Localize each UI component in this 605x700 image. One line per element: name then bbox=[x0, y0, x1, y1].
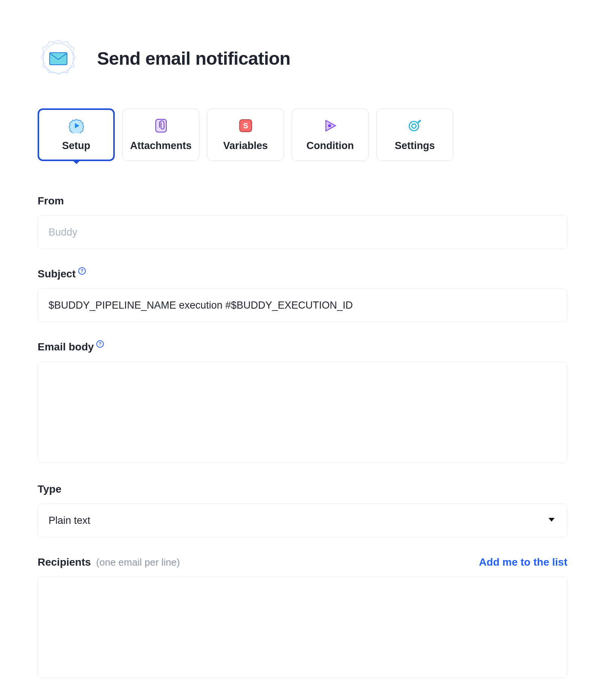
clip-file-icon bbox=[154, 118, 169, 133]
svg-text:?: ? bbox=[81, 268, 83, 274]
field-recipients: Recipients (one email per line) Add me t… bbox=[38, 556, 567, 680]
tab-label: Condition bbox=[307, 140, 354, 152]
recipients-textarea[interactable] bbox=[38, 577, 567, 678]
email-body-textarea[interactable] bbox=[38, 361, 567, 463]
tab-settings[interactable]: Settings bbox=[376, 108, 453, 161]
subject-input[interactable] bbox=[38, 288, 567, 322]
target-pencil-icon bbox=[407, 118, 423, 133]
tab-attachments[interactable]: Attachments bbox=[122, 108, 199, 161]
svg-point-8 bbox=[409, 121, 418, 131]
recipients-label: Recipients bbox=[38, 556, 91, 568]
tab-label: Variables bbox=[223, 140, 268, 152]
help-icon[interactable]: ? bbox=[78, 267, 86, 275]
tab-label: Settings bbox=[395, 140, 435, 152]
type-select[interactable]: Plain text bbox=[38, 504, 567, 537]
from-label: From bbox=[38, 195, 64, 207]
type-label: Type bbox=[38, 483, 61, 495]
svg-rect-1 bbox=[50, 53, 67, 65]
tab-label: Setup bbox=[62, 140, 90, 152]
email-gear-icon bbox=[38, 38, 79, 79]
help-icon[interactable]: ? bbox=[96, 340, 104, 348]
from-input[interactable] bbox=[38, 215, 567, 249]
setup-form: From Subject ? Email body bbox=[38, 195, 567, 680]
gear-play-icon bbox=[69, 118, 84, 133]
page-header: Send email notification bbox=[38, 38, 567, 79]
svg-point-7 bbox=[328, 124, 331, 127]
tab-condition[interactable]: Condition bbox=[292, 108, 369, 161]
tab-label: Attachments bbox=[130, 140, 192, 152]
recipients-hint: (one email per line) bbox=[96, 557, 180, 568]
svg-text:S: S bbox=[243, 122, 248, 130]
dollar-tile-icon: S bbox=[238, 118, 253, 133]
tab-variables[interactable]: S Variables bbox=[207, 108, 284, 161]
tab-setup[interactable]: Setup bbox=[38, 108, 115, 161]
email-body-label: Email body bbox=[38, 341, 94, 353]
add-me-link[interactable]: Add me to the list bbox=[479, 556, 567, 568]
subject-label: Subject bbox=[38, 268, 76, 280]
field-email-body: Email body ? bbox=[38, 341, 567, 464]
field-subject: Subject ? bbox=[38, 268, 567, 322]
tabs-row: Setup Attachments S Variables bbox=[38, 108, 567, 161]
field-from: From bbox=[38, 195, 567, 249]
svg-point-9 bbox=[412, 124, 416, 128]
field-type: Type Plain text bbox=[38, 483, 567, 537]
play-sparkle-icon bbox=[323, 118, 338, 133]
svg-text:?: ? bbox=[99, 341, 102, 347]
page-title: Send email notification bbox=[97, 48, 290, 69]
